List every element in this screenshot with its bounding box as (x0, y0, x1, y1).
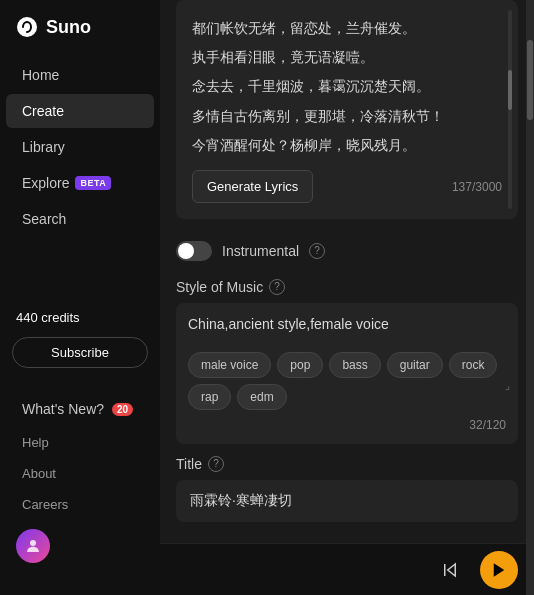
sidebar-item-search[interactable]: Search (6, 202, 154, 236)
lyrics-scrollbar-thumb (508, 70, 512, 110)
main-scrollbar[interactable] (526, 0, 534, 595)
lyrics-line-3: 念去去，千里烟波，暮霭沉沉楚天阔。 (192, 74, 502, 99)
svg-point-1 (30, 540, 36, 546)
lyrics-counter: 137/3000 (452, 180, 502, 194)
whats-new-label: What's New? (22, 401, 104, 417)
sidebar-item-create[interactable]: Create (6, 94, 154, 128)
tag-guitar[interactable]: guitar (387, 352, 443, 378)
tag-bass[interactable]: bass (329, 352, 380, 378)
instrumental-help-icon[interactable]: ? (309, 243, 325, 259)
logo-text: Suno (46, 17, 91, 38)
sidebar-item-explore[interactable]: Explore BETA (6, 166, 154, 200)
notification-badge: 20 (112, 403, 133, 416)
subscribe-button[interactable]: Subscribe (12, 337, 148, 368)
main-content: 都们帐饮无绪，留恋处，兰舟催发。 执手相看泪眼，竟无语凝噎。 念去去，千里烟波，… (160, 0, 534, 595)
title-section: Title ? (176, 456, 518, 472)
instrumental-label: Instrumental (222, 243, 299, 259)
lyrics-scrollbar (508, 10, 512, 209)
resize-handle: ⌟ (505, 379, 510, 392)
logo[interactable]: Suno (0, 16, 160, 58)
lyrics-line-1: 都们帐饮无绪，留恋处，兰舟催发。 (192, 16, 502, 41)
credits-display: 440 credits (0, 304, 160, 331)
scrollbar-thumb (527, 40, 533, 120)
sidebar: Suno Home Create Library Explore BETA Se… (0, 0, 160, 595)
style-section-label: Style of Music ? (176, 279, 518, 295)
lyrics-bottom-row: Generate Lyrics 137/3000 (192, 170, 502, 203)
style-help-icon[interactable]: ? (269, 279, 285, 295)
player-bar (160, 543, 534, 595)
beta-badge: BETA (75, 176, 111, 190)
tag-edm[interactable]: edm (237, 384, 286, 410)
title-input[interactable]: 雨霖铃·寒蝉凄切 (176, 480, 518, 522)
sidebar-item-careers[interactable]: Careers (0, 490, 160, 519)
svg-point-0 (17, 17, 37, 37)
style-input[interactable] (188, 316, 506, 332)
content-area: 都们帐饮无绪，留恋处，兰舟催发。 执手相看泪眼，竟无语凝噎。 念去去，千里烟波，… (160, 0, 534, 543)
lyrics-box: 都们帐饮无绪，留恋处，兰舟催发。 执手相看泪眼，竟无语凝噎。 念去去，千里烟波，… (176, 0, 518, 219)
lyrics-text: 都们帐饮无绪，留恋处，兰舟催发。 执手相看泪眼，竟无语凝噎。 念去去，千里烟波，… (192, 16, 502, 158)
svg-marker-4 (494, 563, 505, 577)
sidebar-item-home[interactable]: Home (6, 58, 154, 92)
sidebar-item-label: Library (22, 139, 65, 155)
instrumental-toggle[interactable] (176, 241, 212, 261)
lyrics-line-2: 执手相看泪眼，竟无语凝噎。 (192, 45, 502, 70)
sidebar-item-label: Search (22, 211, 66, 227)
sidebar-item-label: Explore (22, 175, 69, 191)
instrumental-row: Instrumental ? (176, 231, 518, 271)
lyrics-line-5: 今宵酒醒何处？杨柳岸，晓风残月。 (192, 133, 502, 158)
whats-new-item[interactable]: What's New? 20 (6, 392, 154, 426)
sidebar-item-library[interactable]: Library (6, 130, 154, 164)
style-tags-row: male voice pop bass guitar rock rap edm (188, 352, 506, 410)
sidebar-item-about[interactable]: About (0, 459, 160, 488)
sidebar-item-label: Create (22, 103, 64, 119)
sidebar-item-help[interactable]: Help (0, 428, 160, 457)
title-label: Title (176, 456, 202, 472)
sidebar-item-label: Home (22, 67, 59, 83)
skip-back-button[interactable] (432, 552, 468, 588)
style-box: ⌟ male voice pop bass guitar rock rap ed… (176, 303, 518, 444)
tag-pop[interactable]: pop (277, 352, 323, 378)
tag-rock[interactable]: rock (449, 352, 498, 378)
svg-marker-2 (448, 564, 456, 576)
user-avatar[interactable] (16, 529, 50, 563)
lyrics-line-4: 多情自古伤离别，更那堪，冷落清秋节！ (192, 104, 502, 129)
toggle-knob (178, 243, 194, 259)
tag-rap[interactable]: rap (188, 384, 231, 410)
skip-back-icon (441, 561, 459, 579)
suno-logo-icon (16, 16, 38, 38)
sidebar-bottom: 440 credits Subscribe What's New? 20 Hel… (0, 286, 160, 579)
play-icon (490, 561, 508, 579)
style-counter: 32/120 (188, 418, 506, 432)
generate-lyrics-button[interactable]: Generate Lyrics (192, 170, 313, 203)
tag-male-voice[interactable]: male voice (188, 352, 271, 378)
play-button[interactable] (480, 551, 518, 589)
title-help-icon[interactable]: ? (208, 456, 224, 472)
sidebar-nav: Home Create Library Explore BETA Search (0, 58, 160, 286)
